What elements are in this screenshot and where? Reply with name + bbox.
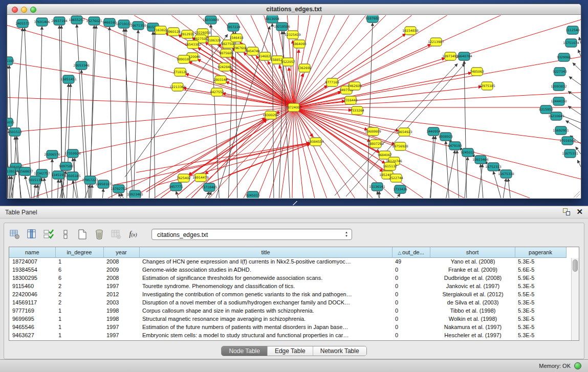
graph-node-teal[interactable]: 8501513 (8, 128, 22, 136)
graph-node-teal[interactable]: 20053346 (73, 61, 90, 70)
graph-node-yellow[interactable]: 1546418 (229, 34, 244, 42)
delete-table-icon[interactable] (111, 229, 122, 240)
graph-node-teal[interactable]: 17359928 (64, 149, 81, 158)
column-header-short[interactable]: short (430, 247, 515, 257)
graph-node-teal[interactable]: 9245013 (246, 191, 260, 198)
column-header-name[interactable]: name (9, 247, 55, 257)
graph-node-teal[interactable]: 15851451 (60, 75, 77, 83)
function-builder-icon[interactable]: f(x) (127, 229, 139, 240)
graph-node-yellow[interactable]: 16914479 (192, 173, 209, 182)
graph-node-yellow[interactable]: 8186328 (207, 36, 221, 45)
graph-node-teal[interactable]: 1733426 (393, 185, 407, 193)
network-graph[interactable]: 2405572376914062093719410655257152760219… (7, 15, 581, 198)
graph-node-yellow[interactable]: 7533264 (350, 106, 364, 115)
graph-node-teal[interactable]: 16648784 (456, 52, 472, 60)
graph-node-yellow[interactable]: 12325419 (285, 31, 301, 39)
graph-node-yellow[interactable]: 18724007 (286, 103, 302, 112)
graph-node-teal[interactable]: 6479193 (448, 142, 462, 150)
graph-node-teal[interactable]: 37691406 (34, 18, 50, 26)
graph-node-teal[interactable]: 15276021 (86, 17, 102, 25)
graph-node-teal[interactable]: 12093832 (551, 82, 567, 91)
graph-node-yellow[interactable]: 10688609 (365, 127, 381, 136)
graph-node-teal[interactable]: 9097588 (59, 162, 73, 170)
graph-node-yellow[interactable]: 7163822 (154, 26, 168, 34)
graph-node-yellow[interactable]: 12213364 (169, 83, 186, 91)
graph-node-yellow[interactable]: 1362691 (297, 64, 312, 72)
table-row[interactable]: 911546021997Tourette syndrome. Phenomeno… (9, 282, 566, 290)
delete-column-icon[interactable] (94, 229, 105, 240)
graph-node-teal[interactable]: 19218506 (274, 23, 290, 31)
graph-node-yellow[interactable]: 8522057 (281, 58, 295, 66)
graph-node-teal[interactable]: 15692951 (553, 126, 569, 135)
column-header-title[interactable]: title (139, 247, 392, 257)
graph-node-teal[interactable]: 8813054 (265, 15, 279, 23)
graph-node-teal[interactable]: 9466160 (102, 18, 117, 27)
close-panel-icon[interactable]: ✕ (576, 208, 583, 215)
tab-network-table[interactable]: Network Table (313, 346, 366, 356)
graph-node-teal[interactable]: 2516015 (7, 118, 14, 126)
scrollbar-thumb[interactable] (573, 259, 578, 272)
graph-node-teal[interactable]: 10719155 (116, 20, 132, 28)
graph-node-yellow[interactable]: 19384554 (308, 138, 324, 146)
graph-node-teal[interactable]: 20937194 (51, 17, 68, 25)
graph-node-yellow[interactable]: 2718126 (173, 68, 187, 76)
table-row[interactable]: 969969511998Structural magnetic resonanc… (9, 315, 566, 323)
graph-node-yellow[interactable]: 2967608 (233, 44, 247, 52)
graph-node-yellow[interactable]: 9875685 (219, 49, 233, 57)
canvas-resize-grip[interactable] (574, 191, 580, 198)
graph-node-yellow[interactable]: 8912935 (180, 30, 194, 38)
graph-node-yellow[interactable]: 9777169 (325, 78, 339, 86)
graph-node-yellow[interactable]: 8960128 (166, 28, 181, 36)
graph-node-teal[interactable]: 17016504 (559, 137, 576, 145)
graph-node-yellow[interactable]: 18300295 (263, 111, 279, 119)
graph-node-teal[interactable]: 20206576 (44, 150, 60, 159)
column-header-in_degree[interactable]: in_degree (55, 247, 103, 257)
graph-node-teal[interactable]: 9227343 (553, 68, 567, 76)
window-titlebar[interactable]: citations_edges.txt (7, 4, 581, 15)
graph-node-teal[interactable]: 1112540 (565, 26, 580, 34)
create-column-icon[interactable] (77, 229, 88, 240)
float-panel-icon[interactable] (563, 208, 570, 215)
table-row[interactable]: 946362711997Embryonic stem cells: a mode… (9, 331, 566, 339)
column-mode-icon[interactable] (60, 229, 71, 240)
graph-node-yellow[interactable]: 12213987 (428, 38, 444, 46)
graph-node-yellow[interactable]: 1864093 (292, 40, 307, 48)
graph-node-teal[interactable]: 16752313 (485, 163, 502, 171)
graph-node-teal[interactable]: 12444150 (551, 97, 567, 105)
graph-node-yellow[interactable]: 16154838 (402, 27, 419, 35)
graph-node-teal[interactable]: 8215953 (539, 105, 553, 114)
column-header-out_de[interactable]: △out_de... (392, 247, 430, 257)
table-row[interactable]: 1872400712008Changes of HCN gene express… (9, 257, 566, 266)
column-header-pagerank[interactable]: pagerank (515, 247, 566, 257)
graph-node-yellow[interactable]: 19756928 (392, 142, 408, 150)
table-row[interactable]: 2242004622012Investigating the contribut… (9, 290, 566, 298)
graph-node-teal[interactable]: 7857224 (226, 23, 241, 31)
tab-node-table[interactable]: Node Table (222, 346, 268, 356)
table-row[interactable]: 946554611997Estimation of the future num… (9, 323, 566, 331)
graph-node-teal[interactable]: 16958107 (95, 180, 112, 188)
graph-node-teal[interactable]: 2035103 (7, 57, 14, 65)
graph-node-teal[interactable]: 11568637 (17, 167, 33, 176)
table-row[interactable]: 1456911722003Disruption of a novel membe… (9, 298, 566, 307)
graph-node-teal[interactable]: 9457771 (169, 183, 183, 191)
panel-splitter-grip[interactable] (292, 201, 297, 205)
graph-node-yellow[interactable]: 10973493 (442, 52, 459, 60)
graph-node-teal[interactable]: 16033809 (203, 16, 219, 24)
graph-node-yellow[interactable]: 2803144 (213, 76, 228, 84)
graph-node-teal[interactable]: 9187682 (365, 15, 380, 23)
graph-node-teal[interactable]: 11675331 (562, 149, 578, 158)
table-selector-dropdown[interactable]: citations_edges.txt ▲▼ (151, 229, 352, 240)
graph-node-yellow[interactable]: 8427552 (210, 88, 224, 96)
graph-node-teal[interactable]: 16671358 (130, 21, 146, 30)
graph-node-yellow[interactable]: 7462609 (347, 82, 362, 90)
graph-node-yellow[interactable]: 18807293 (367, 140, 384, 148)
table-options-icon[interactable] (9, 229, 20, 240)
column-header-year[interactable]: year (103, 247, 139, 257)
graph-node-teal[interactable]: 1145193 (51, 171, 66, 179)
graph-node-yellow[interactable]: 7625402 (177, 174, 191, 182)
graph-node-teal[interactable]: 15718485 (201, 183, 217, 191)
graph-node-teal[interactable]: 10923466 (472, 156, 489, 164)
graph-node-yellow[interactable]: 9242848 (217, 63, 232, 71)
graph-node-teal[interactable]: 15751074 (563, 39, 579, 47)
graph-node-teal[interactable]: 15136141 (369, 183, 385, 191)
